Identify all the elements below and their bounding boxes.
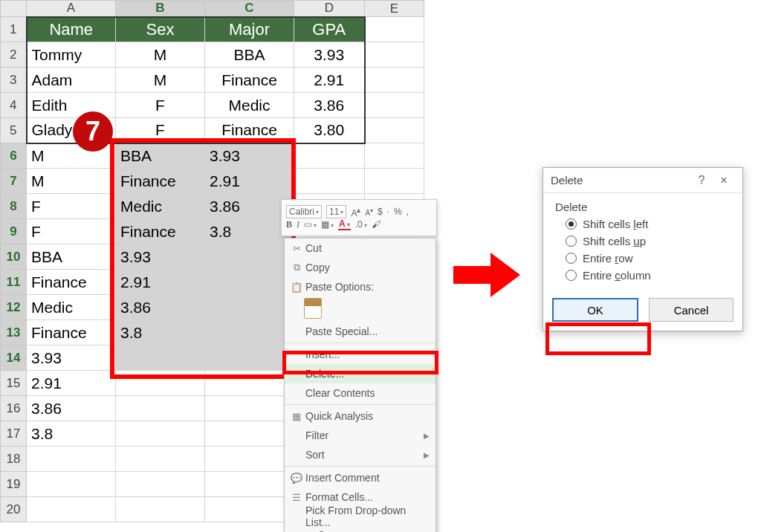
cell-B15[interactable] — [116, 371, 205, 396]
percent-format-icon[interactable]: % — [394, 207, 402, 217]
cell-A14[interactable]: 3.93 — [27, 346, 116, 371]
cell-B7[interactable]: Finance — [116, 169, 205, 194]
font-family-select[interactable]: Calibri — [286, 205, 322, 218]
cell-C17[interactable] — [205, 421, 294, 447]
cell-B10[interactable]: 3.93 — [116, 244, 205, 270]
cell-A13[interactable]: Finance — [27, 320, 116, 346]
cell-B9[interactable]: Finance — [116, 219, 205, 244]
cell-A16[interactable]: 3.86 — [27, 396, 116, 421]
fill-color-button[interactable]: ▭ — [304, 219, 317, 230]
cell-B8[interactable]: Medic — [116, 194, 205, 219]
cell-A17[interactable]: 3.8 — [27, 421, 116, 447]
cell-B12[interactable]: 3.86 — [116, 295, 205, 320]
context-insert-comment[interactable]: 💬Insert Comment — [285, 468, 435, 487]
cell-C14[interactable] — [205, 346, 294, 371]
cell-C10[interactable] — [205, 244, 294, 270]
cell-C11[interactable] — [205, 270, 294, 295]
context-sort[interactable]: Sort▶ — [285, 445, 435, 464]
cell-E7[interactable] — [365, 169, 424, 194]
cell-E5[interactable] — [365, 118, 424, 143]
cell-B17[interactable] — [116, 421, 205, 447]
cell-context-menu[interactable]: ✂Cut ⧉Copy 📋Paste Options: Paste Special… — [284, 238, 436, 532]
row-header-5[interactable]: 5 — [1, 118, 27, 143]
mini-format-toolbar[interactable]: Calibri 11 A▴ A▾ $ · % , B I ▭ ▦ A .0 🖌 — [281, 199, 437, 236]
decimal-button[interactable]: .0 — [355, 219, 367, 230]
cell-B14[interactable] — [116, 346, 205, 371]
option-shift-cells-up[interactable]: Shift cells up — [566, 235, 731, 247]
cell-B1[interactable]: Sex — [116, 17, 205, 42]
dialog-help-button[interactable]: ? — [690, 174, 713, 187]
row-header-17[interactable]: 17 — [1, 421, 27, 447]
context-paste-special[interactable]: Paste Special... — [285, 322, 435, 341]
cell-C3[interactable]: Finance — [205, 68, 294, 93]
col-header-C[interactable]: C — [205, 1, 294, 17]
row-header-12[interactable]: 12 — [1, 295, 27, 320]
row-header-14[interactable]: 14 — [1, 346, 27, 371]
row-header-20[interactable]: 20 — [1, 497, 27, 522]
context-delete[interactable]: Delete... — [285, 364, 435, 383]
cell-A9[interactable]: F — [27, 219, 116, 244]
cancel-button[interactable]: Cancel — [649, 298, 734, 322]
context-filter[interactable]: Filter▶ — [285, 426, 435, 445]
cell-D3[interactable]: 2.91 — [294, 68, 365, 93]
context-pick-from-list[interactable]: Pick From Drop-down List... — [285, 507, 435, 526]
cell-D4[interactable]: 3.86 — [294, 93, 365, 118]
row-header-15[interactable]: 15 — [1, 371, 27, 396]
context-clear-contents[interactable]: Clear Contents — [285, 383, 435, 403]
row-5[interactable]: 5 Glady F Finance 3.80 — [1, 118, 424, 143]
row-4[interactable]: 4 Edith F Medic 3.86 — [1, 93, 424, 118]
cell-C12[interactable] — [205, 295, 294, 320]
radio-off-icon[interactable] — [566, 270, 577, 281]
col-header-B[interactable]: B — [116, 1, 205, 17]
cell-B18[interactable] — [116, 447, 205, 472]
cell-A20[interactable] — [27, 497, 116, 522]
cell-E4[interactable] — [365, 93, 424, 118]
cell-C20[interactable] — [205, 497, 294, 522]
font-color-button[interactable]: A — [338, 218, 351, 230]
cell-E2[interactable] — [365, 42, 424, 68]
radio-off-icon[interactable] — [566, 253, 577, 264]
cell-C7[interactable]: 2.91 — [205, 169, 294, 194]
option-entire-column[interactable]: Entire column — [566, 269, 731, 282]
border-button[interactable]: ▦ — [321, 219, 334, 230]
context-insert[interactable]: Insert... — [285, 345, 435, 364]
cell-C18[interactable] — [205, 447, 294, 472]
row-header-11[interactable]: 11 — [1, 270, 27, 295]
cell-C16[interactable] — [205, 396, 294, 421]
row-header-3[interactable]: 3 — [1, 68, 27, 93]
dialog-titlebar[interactable]: Delete ? × — [543, 168, 742, 193]
cell-B6[interactable]: BBA — [116, 143, 205, 169]
dialog-close-button[interactable]: × — [713, 174, 735, 187]
row-header-9[interactable]: 9 — [1, 219, 27, 244]
row-header-18[interactable]: 18 — [1, 447, 27, 472]
col-header-D[interactable]: D — [294, 1, 365, 17]
cell-D2[interactable]: 3.93 — [294, 42, 365, 68]
row-header-2[interactable]: 2 — [1, 42, 27, 68]
cell-A12[interactable]: Medic — [27, 295, 116, 320]
context-copy[interactable]: ⧉Copy — [285, 258, 435, 277]
cell-C4[interactable]: Medic — [205, 93, 294, 118]
cell-A10[interactable]: BBA — [27, 244, 116, 270]
row-header-8[interactable]: 8 — [1, 194, 27, 219]
select-all-corner[interactable] — [1, 1, 27, 17]
cell-E1[interactable] — [365, 17, 424, 42]
row-2[interactable]: 2 Tommy M BBA 3.93 — [1, 42, 424, 68]
cell-A18[interactable] — [27, 447, 116, 472]
ok-button[interactable]: OK — [552, 298, 638, 322]
cell-C19[interactable] — [205, 472, 294, 497]
cell-E6[interactable] — [365, 143, 424, 169]
row-7[interactable]: 7 M Finance 2.91 — [1, 169, 424, 194]
row-6[interactable]: 6 M BBA 3.93 — [1, 143, 424, 169]
cell-D6[interactable] — [294, 143, 365, 169]
cell-B2[interactable]: M — [116, 42, 205, 68]
cell-A11[interactable]: Finance — [27, 270, 116, 295]
bold-button[interactable]: B — [286, 219, 292, 230]
row-header-1[interactable]: 1 — [1, 17, 27, 42]
cell-C6[interactable]: 3.93 — [205, 143, 294, 169]
italic-button[interactable]: I — [297, 219, 299, 230]
paste-option-default[interactable] — [304, 298, 322, 319]
row-3[interactable]: 3 Adam M Finance 2.91 — [1, 68, 424, 93]
cell-C13[interactable] — [205, 320, 294, 346]
decrease-font-icon[interactable]: A▾ — [365, 207, 373, 217]
col-header-E[interactable]: E — [365, 1, 424, 17]
